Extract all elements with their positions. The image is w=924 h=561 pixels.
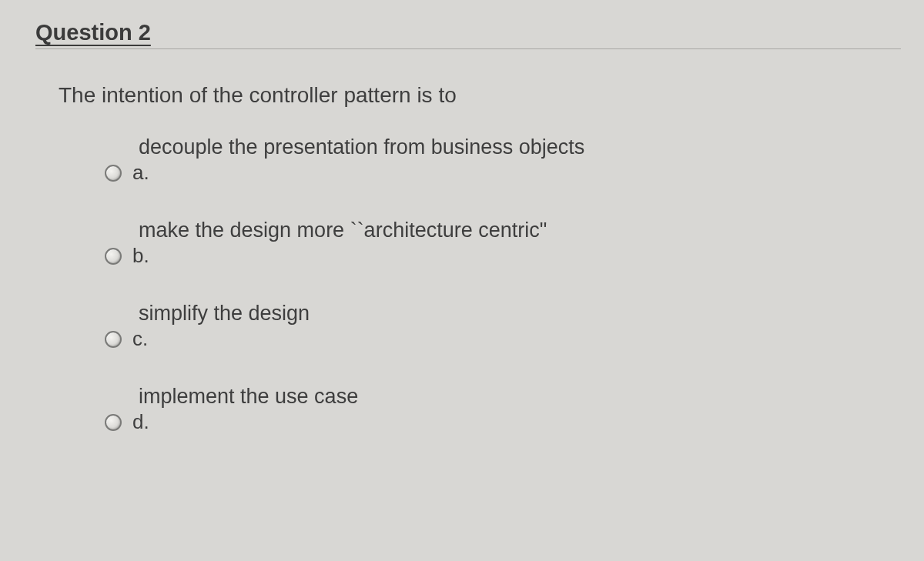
option-d: implement the use case d. <box>105 385 901 434</box>
option-letter: d. <box>132 410 149 434</box>
option-letter: b. <box>132 244 149 268</box>
option-b: make the design more ``architecture cent… <box>105 219 901 268</box>
option-a: decouple the presentation from business … <box>105 135 901 185</box>
option-text: implement the use case <box>139 385 901 409</box>
options-list: decouple the presentation from business … <box>105 135 901 434</box>
option-text: decouple the presentation from business … <box>139 135 901 159</box>
option-control: d. <box>105 410 901 434</box>
option-text: make the design more ``architecture cent… <box>139 219 901 242</box>
option-control: b. <box>105 244 901 268</box>
option-radio-d[interactable] <box>105 414 122 431</box>
option-c: simplify the design c. <box>105 302 901 351</box>
option-letter: a. <box>132 161 149 185</box>
option-letter: c. <box>132 327 148 351</box>
question-heading-wrap: Question 2 <box>35 20 901 49</box>
option-radio-a[interactable] <box>105 165 122 182</box>
option-radio-c[interactable] <box>105 331 122 348</box>
question-container: Question 2 The intention of the controll… <box>14 14 924 491</box>
option-control: a. <box>105 161 901 185</box>
option-control: c. <box>105 327 901 351</box>
question-heading: Question 2 <box>35 20 151 45</box>
question-stem: The intention of the controller pattern … <box>59 83 901 108</box>
option-radio-b[interactable] <box>105 248 122 265</box>
option-text: simplify the design <box>139 302 901 326</box>
